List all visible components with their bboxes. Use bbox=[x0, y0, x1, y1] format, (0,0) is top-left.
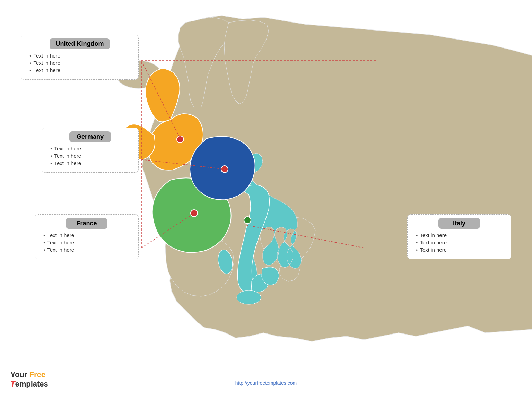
svg-line-7 bbox=[141, 61, 180, 139]
svg-line-9 bbox=[141, 213, 194, 248]
italy-list: Text in here Text in here Text in here bbox=[413, 232, 505, 253]
france-info-box: France Text in here Text in here Text in… bbox=[35, 214, 139, 259]
italy-info-box: Italy Text in here Text in here Text in … bbox=[407, 214, 511, 259]
germany-item-3: Text in here bbox=[50, 160, 133, 166]
uk-item-2: Text in here bbox=[29, 60, 133, 66]
svg-point-5 bbox=[191, 210, 198, 217]
france-item-3: Text in here bbox=[43, 247, 133, 253]
france-item-2: Text in here bbox=[43, 240, 133, 245]
uk-title: United Kingdom bbox=[50, 38, 110, 49]
logo-free: Free bbox=[29, 370, 45, 379]
svg-line-8 bbox=[141, 159, 225, 169]
svg-point-2 bbox=[216, 249, 234, 275]
uk-item-3: Text in here bbox=[29, 67, 133, 73]
germany-item-2: Text in here bbox=[50, 153, 133, 159]
svg-point-3 bbox=[177, 136, 184, 143]
svg-point-6 bbox=[244, 217, 251, 224]
uk-list: Text in here Text in here Text in here bbox=[27, 53, 133, 73]
italy-title: Italy bbox=[438, 218, 480, 229]
svg-rect-11 bbox=[141, 61, 377, 248]
italy-item-1: Text in here bbox=[416, 232, 505, 238]
germany-list: Text in here Text in here Text in here bbox=[47, 146, 133, 166]
france-item-1: Text in here bbox=[43, 232, 133, 238]
germany-item-1: Text in here bbox=[50, 146, 133, 151]
logo-t: T bbox=[10, 380, 15, 388]
italy-item-2: Text in here bbox=[416, 240, 505, 245]
logo-your: Your bbox=[10, 370, 29, 379]
france-list: Text in here Text in here Text in here bbox=[41, 232, 133, 253]
svg-point-1 bbox=[237, 290, 261, 304]
svg-line-10 bbox=[247, 225, 364, 248]
logo: Your Free Templates bbox=[10, 370, 48, 389]
uk-item-1: Text in here bbox=[29, 53, 133, 59]
germany-info-box: Germany Text in here Text in here Text i… bbox=[42, 128, 139, 173]
logo-emplates: emplates bbox=[15, 380, 48, 388]
svg-point-4 bbox=[221, 166, 228, 173]
france-title: France bbox=[66, 218, 107, 229]
italy-item-3: Text in here bbox=[416, 247, 505, 253]
uk-info-box: United Kingdom Text in here Text in here… bbox=[21, 35, 139, 80]
germany-title: Germany bbox=[69, 131, 111, 142]
footer-link[interactable]: http://yourfreetemplates.com bbox=[235, 380, 297, 386]
